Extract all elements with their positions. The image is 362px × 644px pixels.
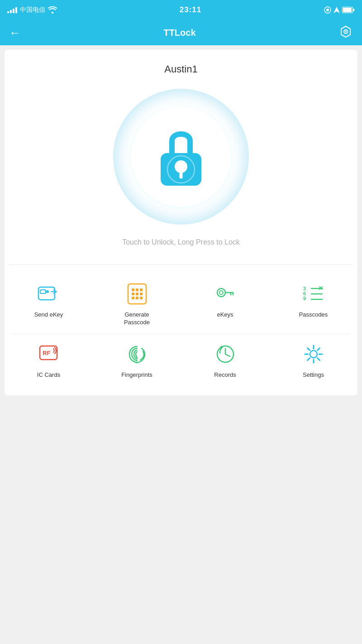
lock-icon: [149, 120, 213, 193]
navigation-icon: [333, 6, 340, 14]
svg-rect-19: [136, 288, 138, 291]
svg-line-51: [307, 348, 310, 350]
generate-passcode-icon: [124, 281, 150, 307]
passcodes-button[interactable]: 3 6 9 Passcodes: [269, 274, 357, 334]
signal-icon: [7, 7, 17, 13]
settings-action-icon: [301, 341, 326, 367]
svg-point-27: [217, 288, 225, 297]
send-ekey-button[interactable]: Send eKey: [5, 274, 93, 334]
nav-title: TTLock: [163, 28, 195, 38]
svg-point-1: [326, 9, 329, 11]
svg-point-7: [345, 31, 347, 32]
records-button[interactable]: Records: [181, 334, 269, 386]
svg-line-44: [225, 354, 230, 356]
svg-rect-23: [140, 293, 143, 295]
ic-cards-button[interactable]: RF IC Cards: [5, 334, 93, 386]
records-icon: [213, 341, 238, 367]
svg-rect-25: [136, 297, 138, 299]
svg-line-54: [307, 358, 310, 360]
generate-passcode-label: GeneratePasscode: [124, 311, 150, 327]
ekeys-label: eKeys: [217, 311, 233, 319]
nav-bar: ← TTLock: [0, 20, 362, 45]
status-bar: 中国电信 23:11: [0, 0, 362, 20]
send-ekey-icon: [36, 281, 62, 307]
status-time: 23:11: [180, 5, 201, 14]
svg-rect-24: [132, 297, 134, 299]
ic-cards-icon: RF: [36, 341, 62, 367]
svg-text:9: 9: [303, 296, 306, 301]
svg-rect-20: [140, 288, 143, 291]
svg-rect-4: [343, 8, 352, 12]
lock-circle-outer[interactable]: [113, 89, 249, 225]
svg-rect-5: [353, 9, 354, 11]
settings-button[interactable]: Settings: [269, 334, 357, 386]
svg-marker-2: [333, 7, 340, 13]
wifi-icon: [48, 6, 57, 14]
lock-status-icon: [324, 6, 331, 14]
settings-icon[interactable]: [338, 24, 353, 41]
svg-line-53: [317, 348, 319, 350]
back-button[interactable]: ←: [9, 27, 21, 38]
svg-point-13: [46, 290, 49, 293]
svg-rect-18: [132, 288, 134, 291]
svg-rect-21: [132, 293, 134, 295]
battery-icon: [342, 7, 355, 13]
ic-cards-label: IC Cards: [37, 371, 60, 379]
generate-passcode-button[interactable]: GeneratePasscode: [93, 274, 181, 334]
svg-text:RF: RF: [43, 350, 50, 356]
svg-rect-26: [140, 297, 143, 299]
send-ekey-label: Send eKey: [34, 311, 63, 319]
fingerprints-button[interactable]: Fingerprints: [93, 334, 181, 386]
svg-point-46: [310, 351, 317, 358]
passcodes-icon: 3 6 9: [301, 281, 326, 307]
fingerprints-label: Fingerprints: [121, 371, 152, 379]
lock-circle-inner: [131, 107, 231, 207]
svg-rect-22: [136, 293, 138, 295]
status-left: 中国电信: [7, 6, 57, 14]
device-name: Austin1: [164, 63, 197, 75]
status-right: [324, 6, 355, 14]
svg-point-28: [219, 291, 223, 294]
svg-rect-12: [40, 290, 46, 293]
main-content: Austin1 Touch to Unlock, Long Pre: [5, 50, 357, 395]
lock-section: Austin1 Touch to Unlock, Long Pre: [5, 50, 357, 264]
actions-grid: Send eKey GeneratePasscod: [5, 265, 357, 395]
svg-line-52: [317, 358, 319, 360]
ekeys-icon: [213, 281, 238, 307]
unlock-hint: Touch to Unlock, Long Press to Lock: [122, 238, 240, 246]
ekeys-button[interactable]: eKeys: [181, 274, 269, 334]
passcodes-label: Passcodes: [299, 311, 328, 319]
settings-action-label: Settings: [303, 371, 324, 379]
fingerprints-icon: [124, 341, 150, 367]
carrier-label: 中国电信: [20, 6, 45, 14]
records-label: Records: [214, 371, 236, 379]
